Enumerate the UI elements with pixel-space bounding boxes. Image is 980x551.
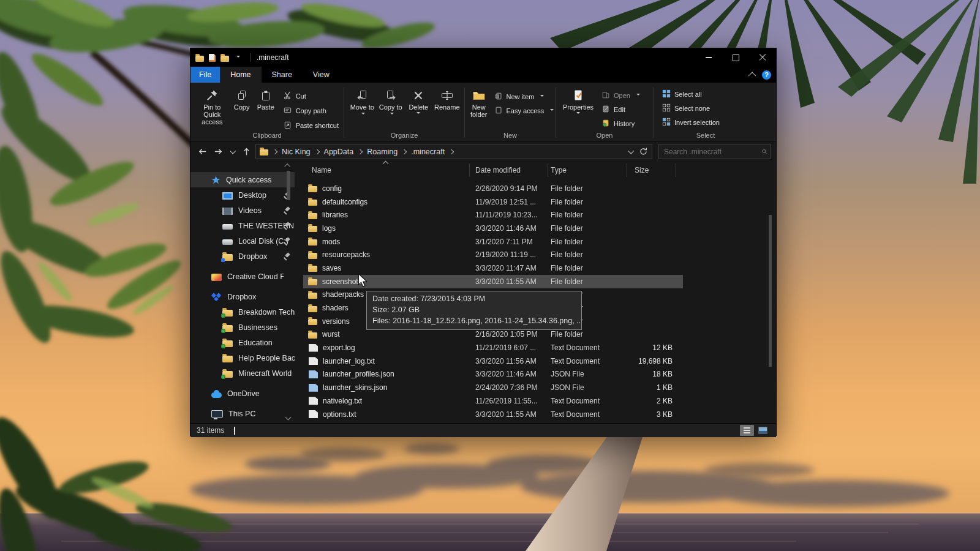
- details-view-button[interactable]: [740, 425, 754, 436]
- tab-home[interactable]: Home: [220, 67, 261, 83]
- scrollbar-thumb[interactable]: [769, 215, 772, 367]
- file-row[interactable]: export.log 11/21/2019 6:07 ... Text Docu…: [303, 341, 683, 354]
- properties-qat-icon[interactable]: [209, 54, 216, 62]
- edit-button[interactable]: Edit: [601, 105, 640, 114]
- back-button[interactable]: [195, 144, 209, 159]
- sidebar-scrollbar[interactable]: [285, 161, 292, 423]
- up-button[interactable]: [239, 144, 253, 159]
- sidebar-item[interactable]: Desktop: [190, 187, 295, 203]
- file-name: options.txt: [323, 410, 356, 419]
- paste-button[interactable]: Paste: [254, 86, 278, 113]
- search-icon[interactable]: [761, 147, 767, 156]
- collapse-ribbon-icon[interactable]: [748, 72, 756, 80]
- sidebar-item[interactable]: Businesses: [190, 320, 295, 335]
- maximize-button[interactable]: [722, 48, 749, 67]
- file-date-modified: 3/3/2020 11:55 AM: [475, 277, 551, 286]
- sidebar-item[interactable]: Local Disk (C:): [190, 233, 295, 249]
- scrollbar-thumb[interactable]: [287, 171, 290, 200]
- file-date-modified: 11/9/2019 12:51 ...: [475, 198, 551, 206]
- sidebar-item[interactable]: Education: [190, 335, 295, 350]
- file-row[interactable]: nativelog.txt 11/26/2019 11:55... Text D…: [303, 394, 683, 408]
- select-all-button[interactable]: Select all: [662, 89, 720, 99]
- new-folder-qat-icon[interactable]: [221, 56, 229, 62]
- select-none-button[interactable]: Select none: [662, 103, 720, 113]
- file-row[interactable]: libraries 11/11/2019 10:23... File folde…: [303, 208, 683, 222]
- file-date-modified: 2/24/2020 7:36 PM: [475, 383, 551, 392]
- help-icon[interactable]: ?: [762, 70, 771, 80]
- column-header-name[interactable]: Name: [303, 166, 475, 174]
- breadcrumb-segment[interactable]: Roaming: [367, 148, 398, 156]
- copy-button[interactable]: Copy: [230, 86, 254, 113]
- breadcrumb-segment[interactable]: AppData: [324, 148, 354, 156]
- column-header-type[interactable]: Type: [551, 166, 633, 174]
- file-list-scrollbar[interactable]: [767, 161, 774, 423]
- file-row[interactable]: launcher_log.txt 3/3/2020 11:56 AM Text …: [303, 354, 683, 368]
- copy-to-button[interactable]: Copy to: [377, 86, 405, 120]
- file-row[interactable]: defaultconfigs 11/9/2019 12:51 ... File …: [303, 195, 683, 209]
- properties-button[interactable]: Properties: [560, 86, 597, 118]
- recent-locations-button[interactable]: [227, 144, 237, 159]
- sidebar-item[interactable]: Dropbox: [190, 249, 295, 264]
- refresh-icon[interactable]: [639, 147, 648, 156]
- easy-access-button[interactable]: Easy access: [494, 106, 554, 116]
- new-folder-button[interactable]: New folder: [469, 86, 489, 120]
- thumbnails-view-button[interactable]: [756, 425, 770, 436]
- tab-share[interactable]: Share: [262, 67, 303, 83]
- scroll-down-icon[interactable]: [285, 414, 292, 421]
- qat-dropdown-icon[interactable]: [236, 56, 240, 59]
- ribbon-tab-bar: File Home Share View ?: [190, 67, 776, 83]
- scroll-up-icon[interactable]: [284, 163, 290, 170]
- move-to-button[interactable]: Move to: [348, 86, 377, 120]
- sidebar-item[interactable]: THE WESTERN: [190, 218, 295, 233]
- paste-shortcut-button[interactable]: Paste shortcut: [283, 120, 339, 130]
- new-item-button[interactable]: New item: [494, 92, 554, 102]
- open-button[interactable]: Open: [601, 91, 640, 100]
- sidebar-item[interactable]: Minecraft World: [190, 365, 295, 381]
- column-divider[interactable]: [469, 163, 470, 177]
- cut-button[interactable]: Cut: [283, 91, 339, 101]
- delete-button[interactable]: Delete: [405, 86, 432, 118]
- minimize-button[interactable]: [695, 48, 722, 67]
- copy-path-button[interactable]: Copy path: [283, 105, 339, 116]
- sidebar-item[interactable]: Quick access: [190, 172, 295, 187]
- breadcrumb[interactable]: Nic King AppData Roaming .minecraft: [255, 144, 652, 159]
- sidebar-item[interactable]: Creative Cloud Files: [190, 269, 295, 284]
- search-box[interactable]: [658, 144, 771, 159]
- file-type: Text Document: [551, 397, 633, 405]
- file-row[interactable]: logs 3/3/2020 11:46 AM File folder: [303, 222, 683, 235]
- search-input[interactable]: [659, 148, 761, 156]
- invert-selection-button[interactable]: Invert selection: [662, 118, 720, 127]
- sidebar-item[interactable]: OneDrive: [190, 386, 295, 401]
- sidebar-item[interactable]: Help People Back: [190, 350, 295, 365]
- sidebar-item[interactable]: Videos: [190, 203, 295, 218]
- tab-view[interactable]: View: [303, 67, 340, 83]
- file-row[interactable]: launcher_skins.json 2/24/2020 7:36 PM JS…: [303, 381, 683, 394]
- file-row[interactable]: saves 3/3/2020 11:47 AM File folder: [303, 261, 683, 275]
- tab-file[interactable]: File: [190, 67, 220, 83]
- history-button[interactable]: History: [601, 119, 640, 129]
- column-divider[interactable]: [627, 163, 627, 177]
- column-header-size[interactable]: Size: [633, 166, 673, 174]
- file-row[interactable]: resourcepacks 2/19/2020 11:19 ... File f…: [303, 248, 683, 261]
- breadcrumb-segment[interactable]: .minecraft: [411, 148, 445, 156]
- column-header-date[interactable]: Date modified: [475, 166, 551, 174]
- navigation-pane: Quick access Desktop Videos THE WESTERN: [190, 161, 295, 423]
- easy-access-icon: [494, 106, 503, 116]
- address-dropdown-icon[interactable]: [628, 148, 634, 154]
- close-button[interactable]: [749, 48, 776, 67]
- column-divider[interactable]: [548, 163, 548, 177]
- file-row[interactable]: launcher_profiles.json 3/3/2020 11:46 AM…: [303, 368, 683, 381]
- sidebar-item[interactable]: This PC: [190, 406, 295, 421]
- breadcrumb-segment[interactable]: Nic King: [282, 148, 311, 156]
- forward-button[interactable]: [211, 144, 225, 159]
- file-row[interactable]: config 2/26/2020 9:14 PM File folder: [303, 182, 683, 195]
- sidebar-item[interactable]: Breakdown Tech: [190, 304, 295, 320]
- sidebar-item[interactable]: Dropbox: [190, 289, 295, 304]
- rename-button[interactable]: Rename: [432, 86, 462, 113]
- column-divider[interactable]: [676, 163, 676, 177]
- pin-to-quick-access-button[interactable]: Pin to Quick access: [194, 86, 230, 127]
- file-row[interactable]: mods 3/1/2020 7:11 PM File folder: [303, 235, 683, 249]
- file-row[interactable]: options.txt 3/3/2020 11:55 AM Text Docum…: [303, 408, 683, 421]
- rename-icon: [440, 88, 454, 103]
- file-icon: [309, 370, 318, 378]
